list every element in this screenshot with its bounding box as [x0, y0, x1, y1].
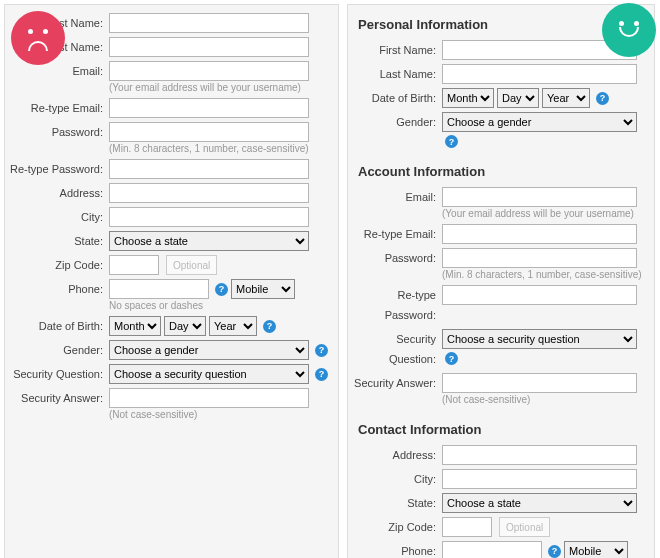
security-answer-input[interactable]	[442, 373, 637, 393]
form-grouped: Personal Information First Name: Last Na…	[347, 4, 655, 558]
email-hint: (Your email address will be your usernam…	[442, 208, 646, 220]
state-label: State:	[352, 493, 442, 513]
security-question-label: Security Question:	[9, 364, 109, 384]
optional-button[interactable]: Optional	[166, 255, 217, 275]
retype-password-label: Re-type Password:	[352, 285, 442, 325]
phone-hint: No spaces or dashes	[109, 300, 330, 312]
first-name-label: First Name:	[352, 40, 442, 60]
security-question-select[interactable]: Choose a security question	[442, 329, 637, 349]
dob-day-select[interactable]: Day	[497, 88, 539, 108]
city-input[interactable]	[109, 207, 309, 227]
phone-input[interactable]	[442, 541, 542, 558]
last-name-label: Last Name:	[352, 64, 442, 84]
help-icon[interactable]: ?	[315, 344, 328, 357]
first-name-input[interactable]	[109, 13, 309, 33]
dob-month-select[interactable]: Month	[109, 316, 161, 336]
address-label: Address:	[352, 445, 442, 465]
phone-label: Phone:	[352, 541, 442, 558]
retype-password-input[interactable]	[442, 285, 637, 305]
gender-label: Gender:	[9, 340, 109, 360]
dob-year-select[interactable]: Year	[542, 88, 590, 108]
retype-password-input[interactable]	[109, 159, 309, 179]
security-question-select[interactable]: Choose a security question	[109, 364, 309, 384]
sad-face-icon	[11, 11, 65, 65]
phone-label: Phone:	[9, 279, 109, 299]
dob-month-select[interactable]: Month	[442, 88, 494, 108]
dob-year-select[interactable]: Year	[209, 316, 257, 336]
email-label: Email:	[9, 61, 109, 81]
address-input[interactable]	[109, 183, 309, 203]
dob-label: Date of Birth:	[352, 88, 442, 108]
address-input[interactable]	[442, 445, 637, 465]
security-answer-label: Security Answer:	[352, 373, 442, 393]
city-label: City:	[352, 469, 442, 489]
gender-label: Gender:	[352, 112, 442, 132]
happy-face-icon	[602, 3, 656, 57]
password-input[interactable]	[109, 122, 309, 142]
password-label: Password:	[352, 248, 442, 268]
help-icon[interactable]: ?	[548, 545, 561, 558]
security-question-label: Security Question:	[352, 329, 442, 369]
retype-email-label: Re-type Email:	[9, 98, 109, 118]
city-label: City:	[9, 207, 109, 227]
security-answer-hint: (Not case-sensitive)	[109, 409, 330, 421]
last-name-input[interactable]	[109, 37, 309, 57]
retype-email-input[interactable]	[109, 98, 309, 118]
help-icon[interactable]: ?	[315, 368, 328, 381]
last-name-input[interactable]	[442, 64, 637, 84]
dob-label: Date of Birth:	[9, 316, 109, 336]
phone-input[interactable]	[109, 279, 209, 299]
help-icon[interactable]: ?	[263, 320, 276, 333]
state-label: State:	[9, 231, 109, 251]
help-icon[interactable]: ?	[445, 352, 458, 365]
retype-email-input[interactable]	[442, 224, 637, 244]
contact-info-heading: Contact Information	[358, 422, 646, 437]
zip-label: Zip Code:	[352, 517, 442, 537]
gender-select[interactable]: Choose a gender	[442, 112, 637, 132]
email-hint: (Your email address will be your usernam…	[109, 82, 330, 94]
password-input[interactable]	[442, 248, 637, 268]
help-icon[interactable]: ?	[596, 92, 609, 105]
retype-password-label: Re-type Password:	[9, 159, 109, 179]
password-label: Password:	[9, 122, 109, 142]
help-icon[interactable]: ?	[445, 135, 458, 148]
phone-type-select[interactable]: Mobile	[564, 541, 628, 558]
zip-input[interactable]	[442, 517, 492, 537]
email-input[interactable]	[109, 61, 309, 81]
account-info-heading: Account Information	[358, 164, 646, 179]
zip-label: Zip Code:	[9, 255, 109, 275]
phone-type-select[interactable]: Mobile	[231, 279, 295, 299]
email-label: Email:	[352, 187, 442, 207]
security-answer-hint: (Not case-sensitive)	[442, 394, 646, 406]
address-label: Address:	[9, 183, 109, 203]
retype-email-label: Re-type Email:	[352, 224, 442, 244]
city-input[interactable]	[442, 469, 637, 489]
form-ungrouped: First Name: Last Name: Email: (Your emai…	[4, 4, 339, 558]
state-select[interactable]: Choose a state	[442, 493, 637, 513]
optional-button[interactable]: Optional	[499, 517, 550, 537]
password-hint: (Min. 8 characters, 1 number, case-sensi…	[442, 269, 646, 281]
password-hint: (Min. 8 characters, 1 number, case-sensi…	[109, 143, 330, 155]
security-answer-input[interactable]	[109, 388, 309, 408]
help-icon[interactable]: ?	[215, 283, 228, 296]
security-answer-label: Security Answer:	[9, 388, 109, 408]
dob-day-select[interactable]: Day	[164, 316, 206, 336]
email-input[interactable]	[442, 187, 637, 207]
state-select[interactable]: Choose a state	[109, 231, 309, 251]
gender-select[interactable]: Choose a gender	[109, 340, 309, 360]
zip-input[interactable]	[109, 255, 159, 275]
